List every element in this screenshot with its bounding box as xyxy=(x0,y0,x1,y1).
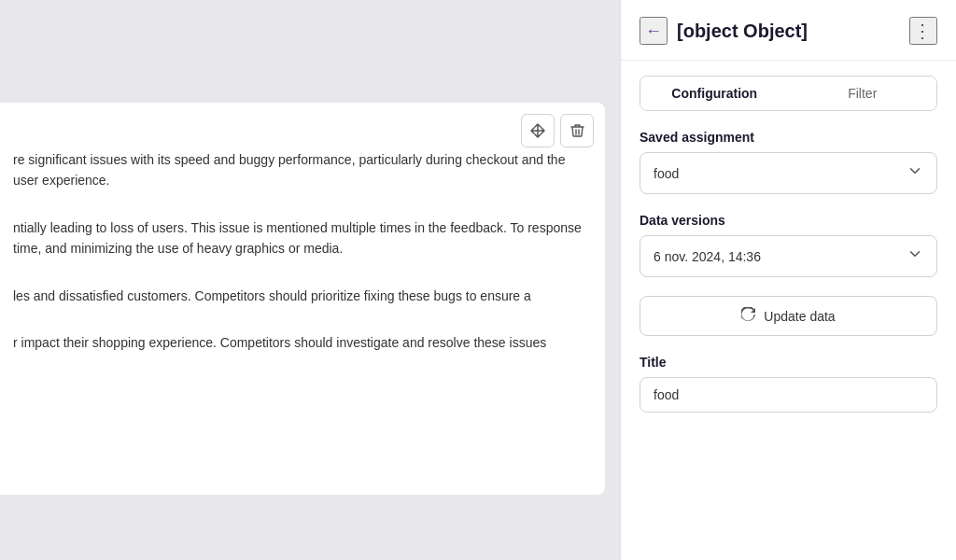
paragraph-4: r impact their shopping experience. Comp… xyxy=(13,332,583,353)
refresh-icon xyxy=(741,307,756,325)
tab-filter[interactable]: Filter xyxy=(789,77,937,110)
document-toolbar xyxy=(521,114,594,147)
sidebar-title: [object Object] xyxy=(677,21,808,42)
tab-configuration[interactable]: Configuration xyxy=(640,77,789,110)
paragraph-3: les and dissatisfied customers. Competit… xyxy=(13,286,583,306)
data-versions-group: Data versions 6 nov. 2024, 14:36 xyxy=(640,213,937,277)
paragraph-2: ntially leading to loss of users. This i… xyxy=(13,217,583,259)
document-text: re significant issues with its speed and… xyxy=(13,149,583,353)
document-card: re significant issues with its speed and… xyxy=(0,103,605,495)
title-label: Title xyxy=(640,355,937,370)
back-icon: ← xyxy=(645,21,662,41)
more-options-button[interactable]: ⋮ xyxy=(909,17,937,45)
data-versions-label: Data versions xyxy=(640,213,937,228)
document-panel: re significant issues with its speed and… xyxy=(0,0,620,560)
tab-switcher: Configuration Filter xyxy=(640,76,937,111)
data-versions-value: 6 nov. 2024, 14:36 xyxy=(654,249,761,264)
data-versions-chevron xyxy=(907,245,923,267)
paragraph-1: re significant issues with its speed and… xyxy=(13,149,583,191)
saved-assignment-label: Saved assignment xyxy=(640,130,937,145)
sidebar-form: Saved assignment food Data versions 6 no… xyxy=(621,126,956,431)
sidebar-header: ← [object Object] ⋮ xyxy=(621,0,956,61)
saved-assignment-value: food xyxy=(654,166,679,181)
delete-button[interactable] xyxy=(560,114,594,147)
data-versions-select[interactable]: 6 nov. 2024, 14:36 xyxy=(640,235,937,277)
update-data-label: Update data xyxy=(764,309,835,324)
title-input[interactable] xyxy=(640,377,937,413)
assignments-sidebar: ← [object Object] ⋮ Configuration Filter… xyxy=(620,0,956,560)
saved-assignment-select[interactable]: food xyxy=(640,152,937,194)
saved-assignment-group: Saved assignment food xyxy=(640,130,937,194)
back-button[interactable]: ← xyxy=(640,17,668,45)
title-group: Title xyxy=(640,355,937,413)
update-data-button[interactable]: Update data xyxy=(640,296,937,336)
move-button[interactable] xyxy=(521,114,555,147)
header-left: ← [object Object] xyxy=(640,17,808,45)
saved-assignment-chevron xyxy=(907,162,923,184)
more-icon: ⋮ xyxy=(913,20,934,42)
